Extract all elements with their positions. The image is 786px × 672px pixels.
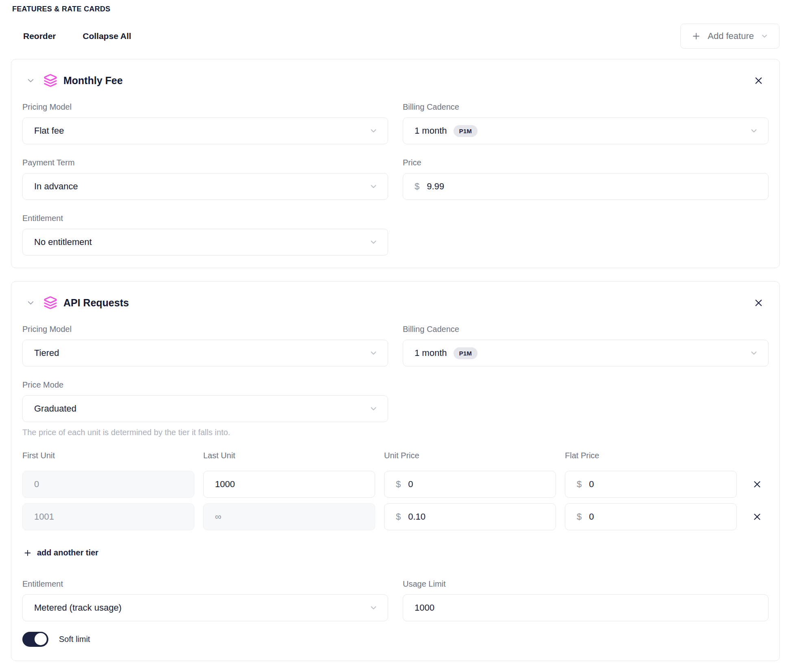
collapse-card-button[interactable]: [26, 298, 35, 308]
pricing-model-value: Tiered: [34, 348, 59, 358]
first-unit-input-box: [22, 471, 194, 498]
payment-term-label: Payment Term: [22, 158, 388, 167]
chevron-down-icon: [369, 603, 378, 612]
chevron-down-icon: [749, 126, 758, 135]
tier-row: $ $: [22, 503, 769, 530]
fields-grid: Pricing Model Flat fee Billing Cadence 1…: [22, 89, 769, 256]
price-mode-select[interactable]: Graduated: [22, 395, 388, 422]
remove-tier-button[interactable]: [752, 479, 762, 490]
currency-symbol: $: [577, 512, 582, 522]
chevron-down-icon: [760, 32, 769, 40]
price-label: Price: [403, 158, 769, 167]
entitlement-value: Metered (track usage): [34, 603, 122, 613]
flat-price-input-box: $: [565, 503, 737, 530]
chevron-down-icon: [26, 76, 35, 85]
unit-price-column-label: Unit Price: [384, 451, 556, 460]
add-tier-label: add another tier: [37, 548, 98, 557]
chevron-down-icon: [369, 182, 378, 191]
collapse-all-button[interactable]: Collapse All: [83, 31, 131, 41]
remove-feature-button[interactable]: [753, 297, 764, 308]
grid-spacer: [403, 366, 769, 437]
billing-cadence-field: Billing Cadence 1 month P1M: [403, 102, 769, 144]
layers-icon: [43, 74, 57, 87]
last-unit-input-box: [203, 471, 375, 498]
currency-symbol: $: [577, 479, 582, 490]
price-input[interactable]: [427, 181, 757, 192]
tier-row: $ $: [22, 471, 769, 498]
price-mode-value: Graduated: [34, 403, 76, 414]
price-input-box: $: [403, 173, 769, 200]
price-field: Price $: [403, 158, 769, 200]
price-mode-helper-text: The price of each unit is determined by …: [22, 428, 388, 437]
billing-cadence-field: Billing Cadence 1 month P1M: [403, 325, 769, 366]
fields-grid: Entitlement Metered (track usage) Usage …: [22, 579, 769, 621]
pricing-model-label: Pricing Model: [22, 102, 388, 112]
chevron-down-icon: [749, 349, 758, 358]
last-unit-input[interactable]: [215, 479, 363, 490]
reorder-button[interactable]: Reorder: [23, 31, 56, 41]
billing-cadence-value: 1 month: [415, 348, 447, 358]
unit-price-input-box: $: [384, 471, 556, 498]
usage-limit-input-box: [403, 594, 769, 621]
plus-icon: [691, 31, 701, 41]
page-title: FEATURES & RATE CARDS: [12, 5, 774, 13]
entitlement-select[interactable]: No entitlement: [22, 229, 388, 256]
add-feature-label: Add feature: [708, 31, 754, 41]
entitlement-select[interactable]: Metered (track usage): [22, 594, 388, 621]
pricing-model-select[interactable]: Flat fee: [22, 117, 388, 144]
payment-term-select[interactable]: In advance: [22, 173, 388, 200]
last-unit-input-box: [203, 503, 375, 530]
pricing-model-select[interactable]: Tiered: [22, 340, 388, 366]
add-feature-button[interactable]: Add feature: [680, 24, 779, 49]
remove-tier-button[interactable]: [752, 512, 762, 522]
pricing-model-field: Pricing Model Flat fee: [22, 102, 388, 144]
feature-card-monthly-fee: Monthly Fee Pricing Model Flat fee Billi…: [11, 59, 780, 268]
flat-price-input[interactable]: [589, 512, 725, 522]
first-unit-input-box: [22, 503, 194, 530]
price-mode-field: Price Mode Graduated The price of each u…: [22, 380, 388, 437]
unit-price-input[interactable]: [408, 479, 544, 490]
currency-symbol: $: [396, 512, 401, 522]
price-mode-label: Price Mode: [22, 380, 388, 390]
usage-limit-field: Usage Limit: [403, 579, 769, 621]
billing-cadence-select[interactable]: 1 month P1M: [403, 340, 769, 366]
billing-cadence-label: Billing Cadence: [403, 102, 769, 112]
entitlement-label: Entitlement: [22, 214, 388, 223]
add-tier-button[interactable]: add another tier: [23, 548, 98, 557]
feature-title: Monthly Fee: [63, 75, 123, 87]
unit-price-input-box: $: [384, 503, 556, 530]
chevron-down-icon: [369, 126, 378, 135]
usage-limit-input[interactable]: [415, 603, 757, 613]
payment-term-field: Payment Term In advance: [22, 158, 388, 200]
chevron-down-icon: [369, 404, 378, 413]
billing-cadence-select[interactable]: 1 month P1M: [403, 117, 769, 144]
toolbar: Reorder Collapse All Add feature: [11, 23, 779, 49]
tier-header-row: First Unit Last Unit Unit Price Flat Pri…: [22, 451, 769, 466]
soft-limit-row: Soft limit: [22, 632, 771, 647]
chevron-down-icon: [369, 238, 378, 247]
chevron-down-icon: [369, 349, 378, 358]
features-rate-cards-page: FEATURES & RATE CARDS Reorder Collapse A…: [0, 5, 786, 672]
toggle-knob: [35, 633, 47, 645]
chevron-down-icon: [26, 298, 35, 308]
collapse-card-button[interactable]: [26, 76, 35, 85]
close-icon: [752, 512, 762, 522]
feature-title: API Requests: [63, 297, 129, 309]
pricing-model-label: Pricing Model: [22, 325, 388, 334]
currency-symbol: $: [415, 181, 419, 192]
entitlement-field: Entitlement Metered (track usage): [22, 579, 388, 621]
soft-limit-toggle[interactable]: [22, 632, 48, 647]
card-header: Monthly Fee: [20, 71, 771, 89]
entitlement-value: No entitlement: [34, 237, 92, 247]
remove-feature-button[interactable]: [753, 75, 764, 86]
payment-term-value: In advance: [34, 181, 78, 192]
card-header: API Requests: [20, 293, 771, 312]
currency-symbol: $: [396, 479, 401, 490]
unit-price-input[interactable]: [408, 512, 544, 522]
close-icon: [753, 75, 764, 86]
last-unit-infinity-input: [215, 512, 363, 522]
flat-price-input-box: $: [565, 471, 737, 498]
first-unit-input: [34, 512, 182, 522]
fields-grid: Pricing Model Tiered Billing Cadence 1 m…: [22, 312, 769, 437]
flat-price-input[interactable]: [589, 479, 725, 490]
